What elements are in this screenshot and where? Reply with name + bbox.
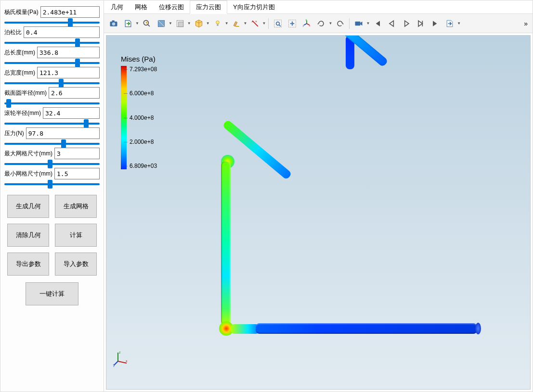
lighting-dropdown-caret[interactable]: ▼ <box>225 21 229 25</box>
param-slider-total_width[interactable] <box>4 79 100 87</box>
param-slider-youngs_modulus[interactable] <box>4 19 100 26</box>
rotate-ccw-icon[interactable] <box>314 17 328 30</box>
selection-dropdown-caret[interactable]: ▼ <box>169 21 172 25</box>
param-total_length: 总长度(mm) <box>4 47 100 67</box>
export-dropdown-caret[interactable]: ▼ <box>135 21 139 25</box>
param-label-total_width: 总宽度(mm) <box>4 69 35 77</box>
view-cube-icon[interactable] <box>192 17 206 30</box>
animation-dropdown-caret[interactable]: ▼ <box>366 21 370 25</box>
action-button-grid: 生成几何 生成网格 清除几何 计算 导出参数 导入参数 一键计算 <box>4 195 100 305</box>
loop-export-icon[interactable] <box>443 17 456 30</box>
param-input-poisson[interactable] <box>24 26 100 38</box>
param-input-youngs_modulus[interactable] <box>40 6 100 18</box>
loop-dropdown-caret[interactable]: ▼ <box>457 21 461 25</box>
lighting-icon[interactable] <box>211 17 224 30</box>
param-label-min_mesh: 最小网格尺寸(mm) <box>4 170 52 178</box>
param-input-section_radius[interactable] <box>49 87 100 99</box>
rotate-ccw-dropdown-caret[interactable]: ▼ <box>328 21 332 25</box>
param-poisson: 泊松比 <box>4 26 100 47</box>
clear-geometry-button[interactable]: 清除几何 <box>7 224 49 247</box>
param-section_radius: 截面圆半径(mm) <box>4 87 100 107</box>
svg-point-8 <box>216 21 219 24</box>
toolbar-overflow-icon[interactable]: » <box>522 19 530 28</box>
screenshot-icon[interactable] <box>107 17 120 30</box>
param-input-roller_radius[interactable] <box>43 107 100 119</box>
param-slider-roller_radius[interactable] <box>4 120 100 127</box>
param-input-pressure[interactable] <box>26 127 100 139</box>
toolbar-separator <box>268 18 269 29</box>
param-label-roller_radius: 滚轮半径(mm) <box>4 109 41 117</box>
one-key-calc-button[interactable]: 一键计算 <box>26 282 78 305</box>
zoom-fit-icon[interactable]: ✦ <box>140 17 154 30</box>
parameter-panel: 杨氏模量(Pa)泊松比总长度(mm)总宽度(mm)截面圆半径(mm)滚轮半径(m… <box>0 0 104 392</box>
tab-2[interactable]: 位移云图 <box>153 1 190 13</box>
rotate-cw-icon[interactable] <box>333 17 347 30</box>
import-params-button[interactable]: 导入参数 <box>55 253 97 276</box>
measure-icon[interactable]: × <box>248 17 262 30</box>
param-youngs_modulus: 杨氏模量(Pa) <box>4 6 100 26</box>
viewport-3d[interactable]: Mises (Pa) 7.293e+086.000e+84.000e+82.00… <box>106 35 531 390</box>
svg-rect-2 <box>112 20 115 22</box>
param-input-max_mesh[interactable] <box>54 148 100 159</box>
svg-text:×: × <box>255 20 257 23</box>
param-label-section_radius: 截面圆半径(mm) <box>4 89 47 97</box>
param-label-poisson: 泊松比 <box>4 28 22 37</box>
param-max_mesh: 最大网格尺寸(mm) <box>4 148 100 168</box>
svg-rect-9 <box>217 24 218 25</box>
slice-dropdown-caret[interactable]: ▼ <box>187 21 191 25</box>
param-slider-poisson[interactable] <box>4 39 100 47</box>
toolbar-separator <box>349 18 350 29</box>
clear-selection-icon[interactable] <box>230 17 243 30</box>
svg-rect-7 <box>179 22 183 26</box>
svg-text:y: y <box>303 24 304 26</box>
fea-model <box>106 36 530 389</box>
first-frame-icon[interactable] <box>371 17 384 30</box>
param-label-total_length: 总长度(mm) <box>4 49 35 57</box>
pan-icon[interactable] <box>286 17 299 30</box>
param-slider-pressure[interactable] <box>4 140 100 148</box>
generate-geometry-button[interactable]: 生成几何 <box>7 195 49 218</box>
next-frame-icon[interactable] <box>414 17 428 30</box>
param-slider-max_mesh[interactable] <box>4 160 100 168</box>
export-params-button[interactable]: 导出参数 <box>7 253 49 276</box>
svg-rect-17 <box>355 21 361 25</box>
tab-3[interactable]: 应力云图 <box>190 0 227 14</box>
svg-point-1 <box>112 22 116 25</box>
tab-1[interactable]: 网格 <box>129 1 153 13</box>
svg-text:✦: ✦ <box>145 20 148 25</box>
export-scene-icon[interactable] <box>121 17 135 30</box>
param-input-min_mesh[interactable] <box>54 168 100 179</box>
param-label-youngs_modulus: 杨氏模量(Pa) <box>4 8 39 16</box>
tab-4[interactable]: Y向应力切片图 <box>227 1 281 13</box>
generate-mesh-button[interactable]: 生成网格 <box>55 195 97 218</box>
last-frame-icon[interactable] <box>429 17 442 30</box>
param-slider-min_mesh[interactable] <box>4 180 100 188</box>
param-input-total_width[interactable] <box>37 67 100 78</box>
calculate-button[interactable]: 计算 <box>55 224 97 247</box>
axis-triad-icon[interactable]: zxy <box>300 17 313 30</box>
param-total_width: 总宽度(mm) <box>4 67 100 87</box>
param-min_mesh: 最小网格尺寸(mm) <box>4 168 100 188</box>
param-input-total_length[interactable] <box>37 47 100 58</box>
viewcube-dropdown-caret[interactable]: ▼ <box>206 21 210 25</box>
view-panel: 几何网格位移云图应力云图Y向应力切片图 ▼ ✦ ▼ ▼ ▼ ▼ ▼ ×▼ zxy… <box>104 0 533 392</box>
param-pressure: 压力(N) <box>4 127 100 148</box>
param-label-max_mesh: 最大网格尺寸(mm) <box>4 150 52 158</box>
clear-dropdown-caret[interactable]: ▼ <box>244 21 247 25</box>
selection-mode-icon[interactable] <box>155 17 168 30</box>
view-tabs: 几何网格位移云图应力云图Y向应力切片图 <box>104 0 533 14</box>
box-zoom-icon[interactable] <box>271 17 285 30</box>
animation-record-icon[interactable] <box>352 17 365 30</box>
param-slider-total_length[interactable] <box>4 59 100 67</box>
slice-plane-icon[interactable] <box>173 17 187 30</box>
param-roller_radius: 滚轮半径(mm) <box>4 107 100 127</box>
prev-frame-icon[interactable] <box>385 17 399 30</box>
svg-point-12 <box>276 22 280 25</box>
play-icon[interactable] <box>400 17 413 30</box>
svg-text:x: x <box>309 24 311 26</box>
toolbar: ▼ ✦ ▼ ▼ ▼ ▼ ▼ ×▼ zxy ▼ ▼ ▼ » <box>104 14 533 33</box>
param-slider-section_radius[interactable] <box>4 100 100 107</box>
param-label-pressure: 压力(N) <box>4 129 24 138</box>
measure-dropdown-caret[interactable]: ▼ <box>262 21 266 25</box>
tab-0[interactable]: 几何 <box>105 1 129 13</box>
